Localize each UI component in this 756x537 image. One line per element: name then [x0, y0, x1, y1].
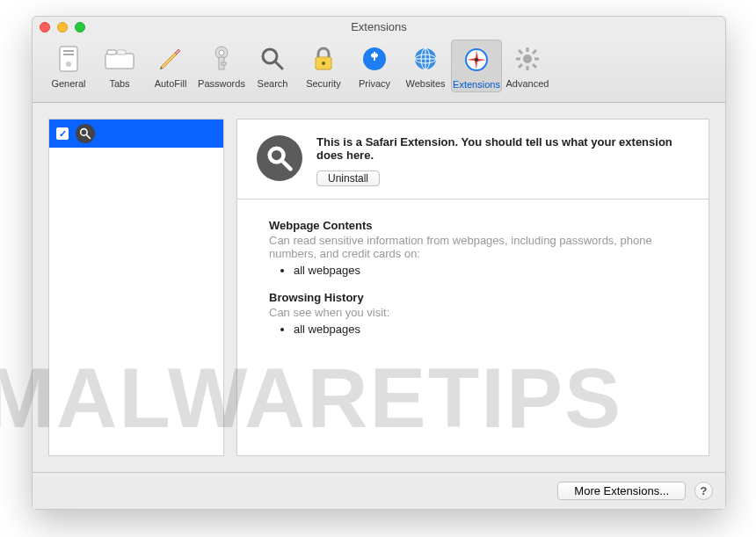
search-icon — [247, 41, 298, 76]
tab-autofill[interactable]: AutoFill — [145, 40, 196, 91]
svg-point-3 — [66, 62, 71, 67]
uninstall-button[interactable]: Uninstall — [316, 171, 380, 186]
tabs-icon — [94, 41, 145, 76]
section-desc: Can read sensitive information from webp… — [269, 234, 677, 260]
tab-extensions[interactable]: Extensions — [451, 40, 502, 92]
svg-rect-4 — [105, 54, 134, 69]
svg-line-32 — [533, 50, 536, 54]
tab-tabs[interactable]: Tabs — [94, 40, 145, 91]
extensions-sidebar: ✓ — [48, 119, 224, 456]
more-extensions-button[interactable]: More Extensions... — [557, 482, 686, 500]
svg-rect-5 — [107, 50, 116, 54]
svg-rect-10 — [222, 62, 226, 65]
svg-rect-2 — [63, 54, 74, 55]
svg-line-31 — [533, 64, 536, 68]
svg-point-25 — [523, 54, 532, 63]
tab-privacy[interactable]: Privacy — [349, 40, 400, 91]
websites-icon — [400, 41, 451, 76]
extension-permissions: Webpage Contents Can read sensitive info… — [237, 200, 709, 359]
tab-websites[interactable]: Websites — [400, 40, 451, 91]
section-desc: Can see when you visit: — [269, 306, 677, 319]
tab-search[interactable]: Search — [247, 40, 298, 91]
privacy-icon — [349, 41, 400, 76]
extension-list-item[interactable]: ✓ — [49, 120, 223, 148]
preferences-window: Extensions General Tabs AutoFill Pa — [32, 16, 726, 510]
extension-item-icon — [76, 124, 95, 143]
section-title: Browsing History — [269, 291, 677, 304]
svg-line-33 — [519, 64, 522, 68]
tab-security[interactable]: Security — [298, 40, 349, 91]
extension-enable-checkbox[interactable]: ✓ — [56, 127, 69, 140]
svg-line-35 — [86, 134, 90, 138]
tab-general[interactable]: General — [43, 40, 94, 91]
passwords-icon — [196, 41, 247, 76]
svg-point-8 — [219, 50, 224, 55]
svg-rect-1 — [63, 50, 74, 52]
extension-header: This is a Safari Extension. You should t… — [237, 120, 709, 200]
autofill-icon — [145, 41, 196, 76]
tab-passwords[interactable]: Passwords — [196, 40, 247, 91]
general-icon — [43, 41, 94, 76]
security-icon — [298, 41, 349, 76]
svg-line-12 — [275, 62, 282, 69]
titlebar: Extensions — [33, 17, 725, 36]
svg-rect-6 — [117, 50, 126, 54]
tab-advanced[interactable]: Advanced — [502, 40, 553, 91]
extension-description: This is a Safari Extension. You should t… — [316, 135, 689, 162]
extension-detail-pane: This is a Safari Extension. You should t… — [236, 119, 709, 456]
permission-item: all webpages — [294, 323, 677, 336]
svg-line-37 — [281, 160, 290, 169]
window-title: Extensions — [33, 20, 725, 33]
help-button[interactable]: ? — [694, 482, 713, 500]
svg-line-30 — [519, 50, 522, 54]
permission-item: all webpages — [294, 264, 677, 277]
advanced-icon — [502, 41, 553, 76]
extension-detail-icon — [257, 135, 302, 181]
content-area: ✓ This is a Safari Extension. You should… — [33, 103, 725, 472]
toolbar: General Tabs AutoFill Passwords Search — [33, 36, 725, 103]
section-title: Webpage Contents — [269, 219, 677, 232]
extensions-icon — [452, 42, 501, 77]
svg-point-24 — [475, 58, 478, 62]
footer: More Extensions... ? — [33, 472, 725, 509]
svg-point-14 — [322, 62, 325, 65]
